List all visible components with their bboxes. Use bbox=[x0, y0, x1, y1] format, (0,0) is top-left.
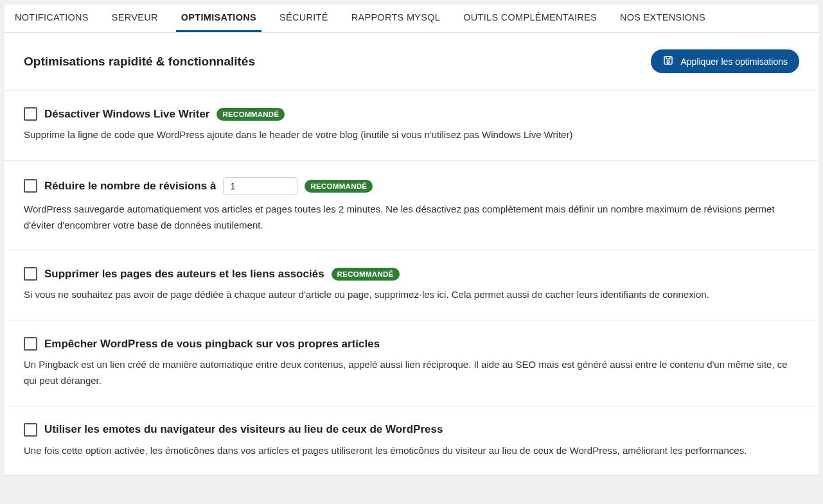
option-checkbox[interactable] bbox=[24, 179, 37, 193]
tab-sécurité[interactable]: SÉCURITÉ bbox=[274, 4, 333, 32]
recommended-badge: RECOMMANDÉ bbox=[332, 268, 400, 281]
option-title-row: Désactiver Windows Live WriterRECOMMANDÉ bbox=[24, 107, 799, 121]
option-row: Utiliser les emotes du navigateur des vi… bbox=[4, 406, 819, 476]
option-row: Désactiver Windows Live WriterRECOMMANDÉ… bbox=[4, 91, 819, 161]
recommended-badge: RECOMMANDÉ bbox=[305, 180, 373, 193]
option-title: Réduire le nombre de révisions à bbox=[44, 180, 216, 193]
option-row: Empêcher WordPress de vous pingback sur … bbox=[4, 320, 819, 406]
tab-outils-complémentaires[interactable]: OUTILS COMPLÉMENTAIRES bbox=[458, 4, 602, 32]
revisions-input[interactable] bbox=[223, 177, 297, 195]
svg-rect-1 bbox=[666, 56, 670, 59]
tab-rapports-mysql[interactable]: RAPPORTS MYSQL bbox=[346, 4, 446, 32]
tab-nos-extensions[interactable]: NOS EXTENSIONS bbox=[615, 4, 711, 32]
tab-optimisations[interactable]: OPTIMISATIONS bbox=[176, 4, 261, 32]
option-title: Désactiver Windows Live Writer bbox=[44, 108, 209, 121]
page-title: Optimisations rapidité & fonctionnalités bbox=[24, 55, 255, 69]
option-checkbox[interactable] bbox=[24, 107, 37, 121]
option-checkbox[interactable] bbox=[24, 423, 37, 437]
option-title: Supprimer les pages des auteurs et les l… bbox=[44, 268, 324, 281]
section-header: Optimisations rapidité & fonctionnalités… bbox=[4, 33, 819, 90]
settings-panel: NOTIFICATIONSSERVEUROPTIMISATIONSSÉCURIT… bbox=[4, 4, 819, 476]
apply-button-label: Appliquer les optimisations bbox=[680, 56, 788, 67]
options-list: Désactiver Windows Live WriterRECOMMANDÉ… bbox=[4, 90, 819, 476]
option-title: Empêcher WordPress de vous pingback sur … bbox=[44, 338, 380, 351]
save-icon bbox=[662, 55, 674, 68]
option-title-row: Utiliser les emotes du navigateur des vi… bbox=[24, 423, 799, 437]
option-checkbox[interactable] bbox=[24, 267, 37, 281]
option-row: Réduire le nombre de révisions àRECOMMAN… bbox=[4, 161, 819, 251]
option-description: WordPress sauvegarde automatiquement vos… bbox=[24, 202, 799, 234]
option-title-row: Empêcher WordPress de vous pingback sur … bbox=[24, 337, 799, 351]
option-checkbox[interactable] bbox=[24, 337, 37, 351]
option-description: Un Pingback est un lien créé de manière … bbox=[24, 357, 799, 389]
option-title-row: Réduire le nombre de révisions àRECOMMAN… bbox=[24, 177, 799, 195]
svg-point-2 bbox=[668, 60, 670, 63]
option-title: Utiliser les emotes du navigateur des vi… bbox=[44, 423, 443, 436]
tab-serveur[interactable]: SERVEUR bbox=[107, 4, 163, 32]
option-row: Supprimer les pages des auteurs et les l… bbox=[4, 250, 819, 320]
tab-bar: NOTIFICATIONSSERVEUROPTIMISATIONSSÉCURIT… bbox=[4, 4, 819, 33]
option-description: Une fois cette option activée, les émoti… bbox=[24, 443, 799, 459]
apply-optimizations-button[interactable]: Appliquer les optimisations bbox=[651, 49, 799, 73]
option-description: Supprime la ligne de code que WordPress … bbox=[24, 127, 799, 143]
recommended-badge: RECOMMANDÉ bbox=[217, 108, 285, 121]
tab-notifications[interactable]: NOTIFICATIONS bbox=[10, 4, 94, 32]
option-description: Si vous ne souhaitez pas avoir de page d… bbox=[24, 287, 799, 303]
option-title-row: Supprimer les pages des auteurs et les l… bbox=[24, 267, 799, 281]
